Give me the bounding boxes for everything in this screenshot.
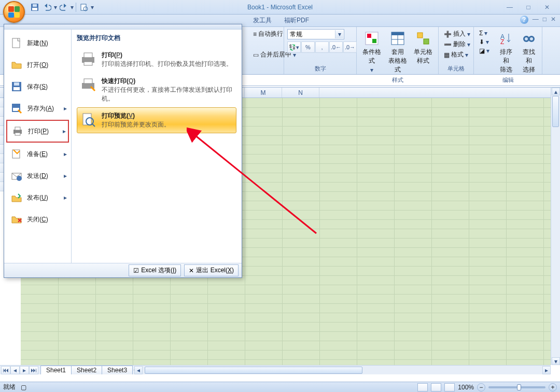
quick-print-icon xyxy=(80,77,96,93)
comma-button[interactable]: , xyxy=(315,41,329,53)
percent-button[interactable]: % xyxy=(301,41,315,53)
office-menu-left: 新建(N) 打开(O) 保存(S) 另存为(A)▸ 打印(P)▸ 准备(E)▸ … xyxy=(4,30,72,263)
menu-saveas[interactable]: 另存为(A)▸ xyxy=(6,98,69,119)
options-icon: ☑ xyxy=(133,267,139,274)
mdi-restore-icon[interactable]: □ xyxy=(543,16,547,24)
prev-sheet-button[interactable]: ◂ xyxy=(10,366,20,374)
group-editing: Σ▾ ⬇▾ ◪▾ AZ排序和 筛选 查找和 选择 编辑 xyxy=(474,27,542,74)
redo-icon[interactable] xyxy=(58,2,69,13)
close-button[interactable]: ✕ xyxy=(540,3,554,12)
delete-button[interactable]: ➖删除▾ xyxy=(442,39,472,49)
svg-rect-34 xyxy=(84,62,92,65)
svg-rect-1 xyxy=(32,8,37,10)
undo-icon[interactable] xyxy=(41,2,53,13)
decrease-decimal-button[interactable]: .0→ xyxy=(343,41,357,53)
clear-button[interactable]: ◪▾ xyxy=(477,47,492,55)
vertical-scrollbar[interactable]: ▴ ▾ xyxy=(551,88,560,365)
group-cells: ➕插入▾ ➖删除▾ ▦格式▾ 单元格 xyxy=(439,27,474,74)
fill-button[interactable]: ⬇▾ xyxy=(477,38,492,46)
scroll-down-icon[interactable]: ▾ xyxy=(552,357,560,365)
page-break-view-button[interactable] xyxy=(444,383,455,391)
sort-icon: AZ xyxy=(498,30,514,47)
scroll-up-icon[interactable]: ▴ xyxy=(552,88,560,95)
svg-rect-28 xyxy=(15,133,20,135)
merge-icon: ▭ xyxy=(253,51,259,59)
hscroll-thumb[interactable] xyxy=(145,367,362,374)
normal-view-button[interactable] xyxy=(417,383,428,391)
office-menu: 新建(N) 打开(O) 保存(S) 另存为(A)▸ 打印(P)▸ 准备(E)▸ … xyxy=(4,24,242,278)
sheet-tab-sheet1[interactable]: Sheet1 xyxy=(40,366,72,374)
excel-options-button[interactable]: ☑Excel 选项(I) xyxy=(129,264,181,276)
cell-styles-icon xyxy=(415,30,431,47)
exit-icon: ✕ xyxy=(189,267,194,274)
exit-excel-button[interactable]: ✕退出 Excel(X) xyxy=(184,264,239,276)
office-logo-icon xyxy=(8,6,20,18)
print-preview-qat-icon[interactable] xyxy=(78,2,90,13)
col-header-N[interactable]: N xyxy=(282,88,319,97)
status-bar: 就绪 ▢ 100% − + xyxy=(0,382,560,392)
svg-rect-2 xyxy=(33,4,37,7)
currency-button[interactable]: 💱▾ xyxy=(287,41,301,53)
autosum-button[interactable]: Σ▾ xyxy=(477,29,492,37)
insert-button[interactable]: ➕插入▾ xyxy=(442,29,472,39)
menu-send[interactable]: 发送(D)▸ xyxy=(6,165,69,186)
sheet-tab-sheet2[interactable]: Sheet2 xyxy=(71,366,102,374)
format-button[interactable]: ▦格式▾ xyxy=(442,50,472,60)
zoom-in-button[interactable]: + xyxy=(549,383,557,391)
svg-rect-13 xyxy=(424,39,429,44)
col-header-M[interactable]: M xyxy=(245,88,282,97)
zoom-level[interactable]: 100% xyxy=(458,384,474,391)
saveas-icon xyxy=(10,102,23,115)
first-sheet-button[interactable]: ⏮ xyxy=(1,366,10,374)
sort-filter-button[interactable]: AZ排序和 筛选 xyxy=(496,29,516,75)
find-select-button[interactable]: 查找和 选择 xyxy=(519,29,539,75)
sub-print[interactable]: 打印(P)打印前选择打印机、打印份数及其他打印选项。 xyxy=(77,47,236,73)
menu-publish[interactable]: 发布(U)▸ xyxy=(6,187,69,208)
sub-print-preview[interactable]: 打印预览(V)打印前预览并更改页面。 xyxy=(77,107,236,133)
zoom-slider[interactable] xyxy=(488,386,545,388)
group-number: 常规▾ 💱▾ % , .0← .0→ 数字 xyxy=(284,27,357,74)
page-layout-view-button[interactable] xyxy=(431,383,441,391)
last-sheet-button[interactable]: ⏭ xyxy=(29,366,38,374)
sub-quick-print[interactable]: 快速打印(Q)不进行任何更改，直接将工作簿发送到默认打印机。 xyxy=(77,73,236,107)
publish-icon xyxy=(10,191,23,204)
submenu-heading: 预览并打印文档 xyxy=(77,34,236,43)
cell-styles-button[interactable]: 单元格 样式 xyxy=(411,29,435,66)
menu-open[interactable]: 打开(O) xyxy=(6,54,69,75)
menu-new[interactable]: 新建(N) xyxy=(6,33,69,53)
menu-print[interactable]: 打印(P)▸ xyxy=(6,120,69,143)
printer-icon xyxy=(11,125,24,137)
next-sheet-button[interactable]: ▸ xyxy=(20,366,29,374)
menu-save[interactable]: 保存(S) xyxy=(6,76,69,97)
menu-prepare[interactable]: 准备(E)▸ xyxy=(6,144,69,164)
quick-access-toolbar: ▾ ▾ ▾ xyxy=(29,0,94,14)
scroll-right-icon[interactable]: ▸ xyxy=(542,366,551,374)
svg-rect-6 xyxy=(367,34,371,38)
svg-rect-29 xyxy=(12,150,20,158)
tab-developer[interactable]: 发工具 xyxy=(248,15,277,26)
vscroll-thumb[interactable] xyxy=(552,96,559,127)
scroll-left-icon[interactable]: ◂ xyxy=(134,366,143,374)
number-format-combo[interactable]: 常规▾ xyxy=(287,29,344,39)
minimize-button[interactable]: — xyxy=(503,3,516,12)
zoom-out-button[interactable]: − xyxy=(477,383,485,391)
mdi-minimize-icon[interactable]: — xyxy=(533,16,539,24)
increase-decimal-button[interactable]: .0← xyxy=(329,41,343,53)
maximize-button[interactable]: □ xyxy=(522,3,535,12)
mdi-close-icon[interactable]: ✕ xyxy=(551,16,556,24)
menu-close[interactable]: 关闭(C) xyxy=(6,209,69,230)
wrap-text-icon: ≡ xyxy=(253,31,257,38)
conditional-format-button[interactable]: 条件格式▾ xyxy=(360,29,384,75)
close-folder-icon xyxy=(10,213,23,226)
office-button[interactable] xyxy=(3,1,25,23)
status-ready: 就绪 xyxy=(3,383,16,391)
sheet-tab-sheet3[interactable]: Sheet3 xyxy=(102,366,133,374)
save-icon[interactable] xyxy=(29,2,40,13)
tab-foxit[interactable]: 福昕PDF xyxy=(279,15,314,26)
open-folder-icon xyxy=(10,59,23,71)
svg-rect-7 xyxy=(372,39,376,43)
macro-record-icon[interactable]: ▢ xyxy=(21,384,26,391)
eraser-icon: ◪ xyxy=(479,47,485,54)
format-as-table-button[interactable]: 套用 表格格式 xyxy=(386,29,410,75)
help-icon[interactable]: ? xyxy=(520,16,528,24)
